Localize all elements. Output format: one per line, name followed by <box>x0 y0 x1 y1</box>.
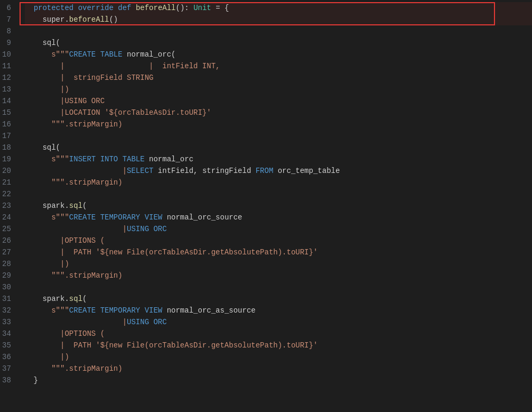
token: intField, stringField <box>153 165 255 177</box>
token <box>114 2 118 14</box>
line-number: 29 <box>2 270 15 281</box>
token <box>73 2 78 14</box>
code-line: |USING ORC <box>25 316 532 328</box>
token: normal_orc <box>145 153 193 165</box>
token: def <box>118 2 131 14</box>
code-line <box>25 281 532 293</box>
token: Unit <box>193 2 211 14</box>
code-line <box>25 130 532 142</box>
code-line: |) <box>25 258 532 270</box>
token: normal_orc_as_source <box>162 305 255 316</box>
code-line: } <box>25 374 532 386</box>
token: CREATE TABLE <box>69 49 123 60</box>
token: s""" <box>25 49 69 60</box>
code-line: s"""CREATE TEMPORARY VIEW normal_orc_as_… <box>25 305 532 316</box>
token: USING ORC <box>127 223 167 235</box>
line-number: 38 <box>2 374 15 386</box>
token: beforeAll <box>69 14 109 25</box>
code-editor: 6789101112131415161718192021222324252627… <box>0 0 532 412</box>
token: = { <box>211 2 229 14</box>
line-number: 16 <box>2 118 15 130</box>
code-line: |USING ORC <box>25 223 532 235</box>
token: """.stripMargin) <box>25 118 123 130</box>
line-number: 13 <box>2 84 15 95</box>
token: | <box>25 316 127 328</box>
code-line: | | intField INT, <box>25 60 532 72</box>
code-line: s"""CREATE TEMPORARY VIEW normal_orc_sou… <box>25 212 532 223</box>
token: |LOCATION '${orcTableAsDir.toURI}' <box>25 107 211 118</box>
code-line: """.stripMargin) <box>25 118 532 130</box>
line-number: 18 <box>2 142 15 153</box>
token: |OPTIONS ( <box>25 235 105 246</box>
code-line: sql( <box>25 142 532 153</box>
code-line: spark.sql( <box>25 293 532 305</box>
token: | <box>25 223 127 235</box>
line-number: 33 <box>2 316 15 328</box>
line-number: 27 <box>2 246 15 258</box>
code-line: |) <box>25 84 532 95</box>
token: | PATH '${new File(orcTableAsDir.getAbso… <box>25 340 318 351</box>
line-number: 22 <box>2 188 15 200</box>
token: override <box>78 2 114 14</box>
token: | PATH '${new File(orcTableAsDir.getAbso… <box>25 246 318 258</box>
code-area: protected override def beforeAll(): Unit… <box>20 2 532 412</box>
line-number: 12 <box>2 72 15 84</box>
token: ( <box>82 293 87 305</box>
token: normal_orc_source <box>162 212 242 223</box>
token: |USING ORC <box>25 95 105 107</box>
token: |) <box>25 258 69 270</box>
token: sql <box>69 200 82 212</box>
code-line: sql( <box>25 37 532 49</box>
code-line: s"""INSERT INTO TABLE normal_orc <box>25 153 532 165</box>
token: |) <box>25 351 69 363</box>
token: USING ORC <box>127 316 167 328</box>
token: CREATE TEMPORARY VIEW <box>69 212 162 223</box>
line-number: 17 <box>2 130 15 142</box>
token: sql( <box>25 142 60 153</box>
line-number: 15 <box>2 107 15 118</box>
code-line: super.beforeAll() <box>25 14 532 25</box>
code-line: protected override def beforeAll(): Unit… <box>25 2 532 14</box>
token: normal_orc( <box>123 49 176 60</box>
code-line: s"""CREATE TABLE normal_orc( <box>25 49 532 60</box>
token: |) <box>25 84 69 95</box>
token: """.stripMargin) <box>25 363 123 374</box>
line-number: 6 <box>2 2 15 14</box>
code-line: |) <box>25 351 532 363</box>
line-number: 8 <box>2 25 15 37</box>
line-number: 19 <box>2 153 15 165</box>
token: (): <box>176 2 194 14</box>
code-line: |OPTIONS ( <box>25 235 532 246</box>
code-line: """.stripMargin) <box>25 363 532 374</box>
token: s""" <box>25 305 69 316</box>
token: | <box>25 165 127 177</box>
code-line: |USING ORC <box>25 95 532 107</box>
line-number: 25 <box>2 223 15 235</box>
code-line: |OPTIONS ( <box>25 328 532 340</box>
line-number: 24 <box>2 212 15 223</box>
line-number: 10 <box>2 49 15 60</box>
line-number: 37 <box>2 363 15 374</box>
line-number: 20 <box>2 165 15 177</box>
code-line: | stringField STRING <box>25 72 532 84</box>
token: beforeAll <box>136 2 176 14</box>
token <box>132 2 136 14</box>
code-line: """.stripMargin) <box>25 177 532 188</box>
token: s""" <box>25 153 69 165</box>
code-line: spark.sql( <box>25 200 532 212</box>
token: FROM <box>256 165 274 177</box>
line-number: 23 <box>2 200 15 212</box>
code-line: | PATH '${new File(orcTableAsDir.getAbso… <box>25 340 532 351</box>
token: super. <box>25 14 69 25</box>
line-number: 31 <box>2 293 15 305</box>
token: | stringField STRING <box>25 72 154 84</box>
line-number: 11 <box>2 60 15 72</box>
line-numbers: 6789101112131415161718192021222324252627… <box>0 2 20 412</box>
code-line <box>25 188 532 200</box>
token: """.stripMargin) <box>25 177 123 188</box>
token: SELECT <box>127 165 153 177</box>
line-number: 7 <box>2 14 15 25</box>
line-number: 35 <box>2 340 15 351</box>
token: CREATE TEMPORARY VIEW <box>69 305 162 316</box>
code-line <box>25 25 532 37</box>
